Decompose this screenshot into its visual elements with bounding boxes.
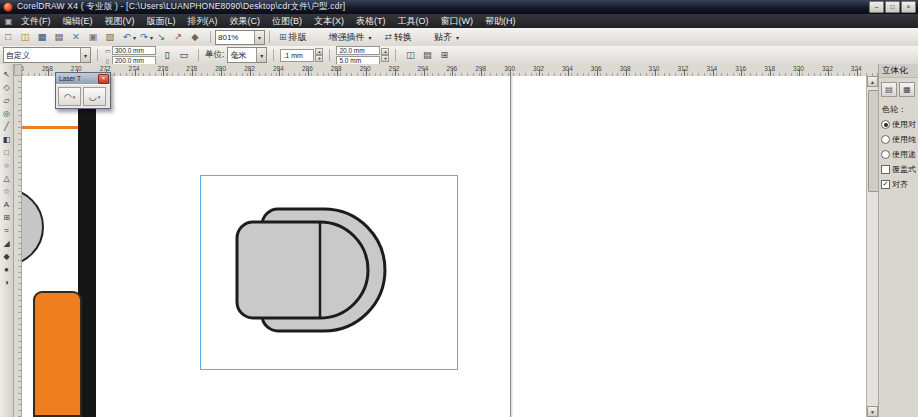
- plugins-button[interactable]: 增强插件 ▾: [322, 30, 379, 45]
- checkbox-option[interactable]: ✓ 覆盖式填充: [879, 161, 918, 176]
- export-icon[interactable]: ↗: [173, 30, 189, 45]
- radio-option[interactable]: 使用对象填充: [879, 116, 918, 131]
- propbar-draw-icon[interactable]: ⊞: [436, 48, 452, 63]
- smart-fill-tool[interactable]: ◧: [1, 134, 13, 145]
- menu-item[interactable]: 表格(T): [350, 14, 392, 28]
- propbar-options-icon[interactable]: ◫: [402, 48, 418, 63]
- app-launcher-icon[interactable]: ◆: [190, 30, 206, 45]
- redo-icon[interactable]: ↷ ▾: [139, 30, 155, 45]
- docker-page-icon[interactable]: ▤: [881, 82, 897, 97]
- table-tool[interactable]: ⊞: [1, 212, 13, 223]
- vertical-ruler[interactable]: [14, 76, 22, 417]
- laser-tool-1-button[interactable]: ◠ ▾: [58, 87, 81, 106]
- spin-up-icon[interactable]: ▲: [381, 48, 389, 55]
- ruler-label: 280: [206, 64, 235, 73]
- radio-label: 使用递减的颜色: [892, 149, 916, 160]
- menu-item[interactable]: 工具(O): [392, 14, 435, 28]
- paste-icon[interactable]: ▧: [105, 30, 121, 45]
- shape-tool[interactable]: ◇: [1, 82, 13, 93]
- zoom-level-combo[interactable]: 801% ▾: [215, 30, 265, 45]
- ruler-label: 278: [177, 64, 206, 73]
- new-document-icon[interactable]: □: [3, 30, 19, 45]
- chevron-down-icon: [64, 30, 69, 45]
- outline-tool[interactable]: ◆: [1, 251, 13, 262]
- cut-icon[interactable]: ✕: [71, 30, 87, 45]
- scroll-down-icon[interactable]: ▼: [867, 406, 878, 417]
- spin-down-icon[interactable]: ▼: [315, 55, 323, 62]
- radio-icon[interactable]: [881, 120, 890, 129]
- freehand-tool[interactable]: ╱: [1, 121, 13, 132]
- spin-up-icon[interactable]: ▲: [315, 48, 323, 55]
- button-label: 转换: [394, 31, 412, 44]
- ruler-label: 292: [380, 64, 409, 73]
- chevron-down-icon: ▾: [254, 31, 264, 44]
- laser-floating-toolbar[interactable]: Laser T × ◠ ▾ ◡ ▾: [55, 72, 111, 109]
- rectangle-tool[interactable]: □: [1, 147, 13, 158]
- radio-option[interactable]: 使用递减的颜色: [879, 146, 918, 161]
- checkbox-icon[interactable]: ✓: [881, 180, 890, 189]
- drawing-canvas[interactable]: [22, 76, 866, 417]
- spin-down-icon[interactable]: ▼: [381, 55, 389, 62]
- nudge-field[interactable]: .1 mm: [280, 49, 314, 62]
- checkbox-icon[interactable]: ✓: [881, 165, 890, 174]
- propbar-grid-icon[interactable]: ▤: [419, 48, 435, 63]
- crop-tool[interactable]: ▱: [1, 95, 13, 106]
- radio-icon[interactable]: [881, 150, 890, 159]
- menu-item[interactable]: 文件(F): [15, 14, 57, 28]
- duplicate-x-field[interactable]: 20.0 mm: [336, 46, 380, 55]
- basic-shapes-tool[interactable]: ☆: [1, 186, 13, 197]
- portrait-button[interactable]: ▯: [159, 48, 175, 63]
- blend-tool[interactable]: ≈: [1, 225, 13, 236]
- interactive-fill-tool[interactable]: ◑: [1, 277, 13, 288]
- radio-icon[interactable]: [881, 135, 890, 144]
- menu-item[interactable]: 文本(X): [308, 14, 350, 28]
- menu-item[interactable]: 帮助(H): [479, 14, 522, 28]
- import-icon[interactable]: ↘: [156, 30, 172, 45]
- page-preset-combo[interactable]: 自定义 ▾: [3, 47, 91, 63]
- minimize-button[interactable]: –: [869, 1, 884, 13]
- print-icon[interactable]: ▤: [54, 30, 70, 45]
- gray-ellipse-object[interactable]: [22, 188, 44, 266]
- save-icon[interactable]: ▦: [37, 30, 53, 45]
- menu-item[interactable]: 排列(A): [182, 14, 224, 28]
- convert-button[interactable]: ⇄ 转换: [380, 30, 427, 45]
- landscape-button[interactable]: ▭: [176, 48, 192, 63]
- fill-tool[interactable]: ●: [1, 264, 13, 275]
- ellipse-tool[interactable]: ○: [1, 160, 13, 171]
- close-button[interactable]: ×: [901, 1, 916, 13]
- duplicate-stepper[interactable]: ▲▼: [381, 48, 389, 62]
- close-icon[interactable]: ×: [98, 74, 109, 84]
- vertical-scrollbar[interactable]: ▲ ▼: [866, 76, 878, 417]
- eyedropper-tool[interactable]: ◢: [1, 238, 13, 249]
- polygon-tool[interactable]: △: [1, 173, 13, 184]
- ruler-origin[interactable]: [14, 64, 22, 76]
- menu-item[interactable]: 编辑(E): [57, 14, 99, 28]
- docker-list-icon[interactable]: ▦: [899, 82, 915, 97]
- menu-item[interactable]: 窗口(W): [435, 14, 480, 28]
- snap-button[interactable]: 贴齐 ▾: [427, 30, 466, 45]
- text-tool[interactable]: A: [1, 199, 13, 210]
- undo-icon[interactable]: ↶ ▾: [122, 30, 138, 45]
- nudge-stepper[interactable]: ▲▼: [315, 48, 323, 62]
- laser-toolbar-titlebar[interactable]: Laser T ×: [56, 73, 110, 84]
- menu-item[interactable]: 版面(L): [141, 14, 182, 28]
- door-shape-object[interactable]: [227, 201, 397, 341]
- menu-item[interactable]: 视图(V): [99, 14, 141, 28]
- open-icon[interactable]: ◫: [20, 30, 36, 45]
- menu-item[interactable]: 效果(C): [224, 14, 267, 28]
- units-combo[interactable]: 毫米 ▾: [227, 47, 267, 63]
- radio-option[interactable]: 使用纯色: [879, 131, 918, 146]
- extrude-docker: 立体化 ▤▦ 色轮： 使用对象填充 使用纯色 使用递减的颜色: [878, 64, 918, 417]
- orange-block-object[interactable]: [33, 291, 82, 417]
- checkbox-option[interactable]: ✓ 对齐: [879, 176, 918, 191]
- paper-width-field[interactable]: 300.0 mm: [112, 46, 156, 55]
- scroll-up-icon[interactable]: ▲: [867, 76, 878, 87]
- copy-icon[interactable]: ▣: [88, 30, 104, 45]
- orange-line-object[interactable]: [22, 126, 78, 129]
- pick-tool[interactable]: ↖: [1, 69, 13, 80]
- laser-tool-2-button[interactable]: ◡ ▾: [83, 87, 106, 106]
- zoom-tool[interactable]: ◎: [1, 108, 13, 119]
- maximize-button[interactable]: □: [885, 1, 900, 13]
- layout-button[interactable]: ⊞ 排版: [274, 30, 321, 45]
- menu-item[interactable]: 位图(B): [266, 14, 308, 28]
